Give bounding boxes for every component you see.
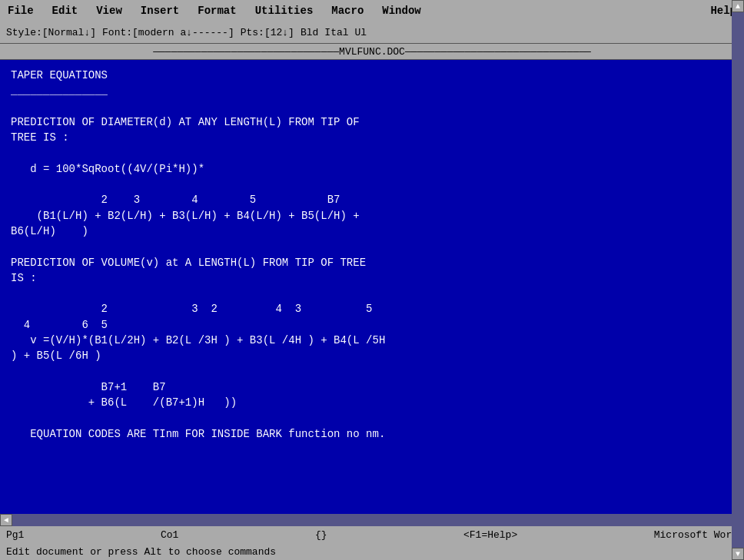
scroll-up-button[interactable]: ▲: [732, 0, 744, 12]
document-title: MVLFUNC.DOC: [339, 46, 405, 58]
menu-window[interactable]: Window: [377, 3, 425, 18]
menu-file[interactable]: File: [3, 3, 38, 18]
menu-insert[interactable]: Insert: [136, 3, 184, 18]
document-area[interactable]: TAPER EQUATIONS _______________ PREDICTI…: [0, 60, 744, 514]
main-wrapper: TAPER EQUATIONS _______________ PREDICTI…: [0, 60, 744, 514]
font-selector[interactable]: Font:[modern a↓------]: [99, 25, 237, 40]
status-bar-bottom: Edit document or press Alt to choose com…: [0, 543, 744, 560]
menu-bar: File Edit View Insert Format Utilities M…: [0, 0, 744, 22]
scroll-left-button[interactable]: ◄: [0, 514, 12, 526]
scroll-thumb[interactable]: [732, 12, 744, 548]
pts-selector[interactable]: Pts:[12↓]: [237, 25, 297, 40]
scroll-down-button[interactable]: ▼: [732, 548, 744, 560]
menu-format[interactable]: Format: [193, 3, 241, 18]
page-indicator: Pg1: [6, 529, 24, 541]
app-name: Microsoft Word: [654, 529, 738, 541]
status-message: Edit document or press Alt to choose com…: [6, 546, 276, 558]
horizontal-scrollbar: ◄ ►: [0, 514, 744, 526]
status-bar: Pg1 Co1 {} <F1=Help> Microsoft Word: [0, 526, 744, 543]
italic-button[interactable]: Ital: [321, 25, 351, 40]
underline-button[interactable]: Ul: [352, 25, 370, 40]
menu-view[interactable]: View: [91, 3, 127, 18]
bold-button[interactable]: Bld: [297, 25, 321, 40]
hscroll-track[interactable]: [12, 514, 732, 526]
document-text: TAPER EQUATIONS _______________ PREDICTI…: [11, 68, 733, 442]
col-indicator: Co1: [161, 529, 178, 541]
style-selector[interactable]: Style:[Normal↓]: [3, 25, 99, 40]
toolbar: Style:[Normal↓] Font:[modern a↓------] P…: [0, 22, 744, 43]
vertical-scrollbar: ▲ ▼: [732, 0, 744, 560]
menu-edit[interactable]: Edit: [48, 3, 83, 18]
help-indicator: <F1=Help>: [463, 529, 517, 541]
menu-macro[interactable]: Macro: [327, 3, 368, 18]
macro-indicator: {}: [315, 529, 327, 541]
menu-utilities[interactable]: Utilities: [251, 3, 318, 18]
document-content: TAPER EQUATIONS _______________ PREDICTI…: [0, 60, 744, 514]
title-bar: ——————————————————————————————— MVLFUNC.…: [0, 43, 744, 60]
